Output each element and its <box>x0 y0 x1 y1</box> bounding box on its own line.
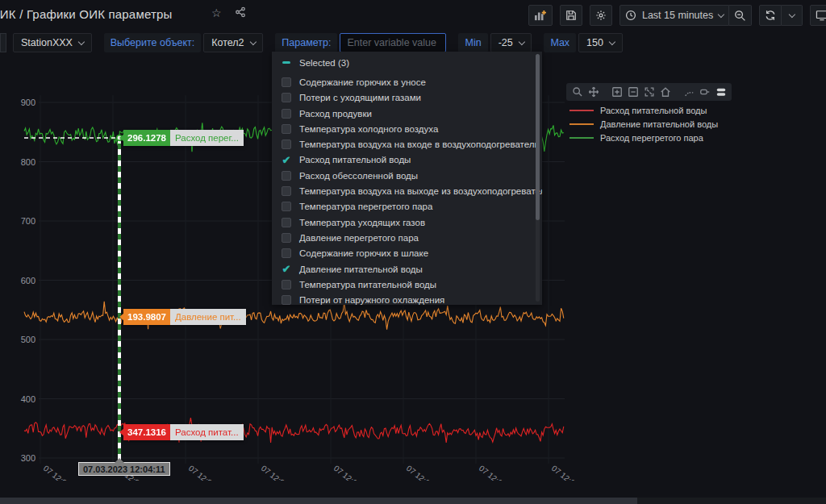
horizontal-scrollbar-thumb[interactable] <box>0 498 637 504</box>
zoom-in-icon[interactable] <box>610 85 624 99</box>
unchecked-checkbox-icon[interactable] <box>282 233 291 243</box>
checked-checkbox-icon[interactable]: ✔ <box>282 155 291 165</box>
dropdown-item[interactable]: Температура воздуха на входе в воздухопо… <box>272 136 542 152</box>
dropdown-item[interactable]: Selected (3) <box>272 55 542 70</box>
dropdown-item-label: Расход обессоленной воды <box>299 171 418 181</box>
refresh-interval-button[interactable] <box>782 5 803 26</box>
object-value: Котел2 <box>211 37 244 48</box>
unchecked-checkbox-icon[interactable] <box>282 109 291 119</box>
clock-icon <box>625 10 636 21</box>
refresh-button[interactable] <box>759 5 782 26</box>
dropdown-item[interactable]: Потери от наружного охлаждения <box>272 292 542 305</box>
svg-text:700: 700 <box>21 216 35 226</box>
unchecked-checkbox-icon[interactable] <box>282 77 291 87</box>
time-range-label: Last 15 minutes <box>642 10 713 21</box>
unchecked-checkbox-icon[interactable] <box>282 140 291 149</box>
unchecked-checkbox-icon[interactable] <box>282 171 291 181</box>
chevron-down-icon <box>78 38 85 44</box>
object-dropdown[interactable]: Котел2 <box>203 33 263 52</box>
min-dropdown[interactable]: -25 <box>490 33 532 52</box>
tooltip-value: 193.9807 <box>123 309 170 325</box>
parameter-dropdown-menu: Selected (3)Содержание горючих в уносеПо… <box>272 52 542 305</box>
dropdown-item[interactable]: Температура перегретого пара <box>272 199 542 215</box>
top-nav: ОИК / Графики ОИК параметры ☆ <box>0 0 826 31</box>
unchecked-checkbox-icon[interactable] <box>282 186 291 196</box>
svg-text:07 12:14: 07 12:14 <box>478 464 508 490</box>
dropdown-item[interactable]: Давление перегретого пара <box>272 230 542 245</box>
tooltip-superheated-steam-flow: 296.1278 Расход перег... <box>123 130 244 146</box>
max-dropdown[interactable]: 150 <box>578 33 623 52</box>
clipped-variable-box[interactable] <box>0 33 6 52</box>
tooltip-feedwater-flow: 347.1316 Расход питат... <box>123 424 244 440</box>
dropdown-item-label: Температура воздуха на входе в воздухопо… <box>299 140 539 149</box>
legend-label: Расход перегретого пара <box>600 133 703 143</box>
dropdown-item-label: Температура питательной воды <box>299 280 436 289</box>
dropdown-item[interactable]: Температура уходящих газов <box>272 215 542 230</box>
max-label: Max <box>544 33 576 52</box>
svg-text:07 12:12: 07 12:12 <box>405 464 436 490</box>
param-label: Параметр: <box>275 33 337 52</box>
reset-axes-icon[interactable] <box>658 85 672 99</box>
dropdown-item[interactable]: Содержание горючих в шлаке <box>272 246 542 261</box>
legend-item[interactable]: Расход перегретого пара <box>569 131 718 144</box>
max-value: 150 <box>586 37 603 48</box>
share-icon[interactable] <box>235 6 246 19</box>
toggle-spikelines-icon[interactable] <box>682 85 695 99</box>
breadcrumb[interactable]: ОИК / Графики ОИК параметры <box>0 7 173 21</box>
tooltip-feedwater-pressure: 193.9807 Давление пит... <box>123 309 246 325</box>
dropdown-item[interactable]: Температура холодного воздуха <box>272 121 542 136</box>
dashboard-settings-button[interactable] <box>590 5 612 26</box>
unchecked-checkbox-icon[interactable] <box>282 295 291 305</box>
kiosk-mode-button[interactable] <box>810 5 826 26</box>
dropdown-item[interactable]: Температура питательной воды <box>272 277 542 292</box>
chevron-down-icon <box>609 38 615 44</box>
dropdown-item[interactable]: Расход обессоленной воды <box>272 168 542 183</box>
legend-item[interactable]: Расход питательной воды <box>569 103 718 117</box>
dropdown-scrollbar[interactable] <box>536 54 540 302</box>
unchecked-checkbox-icon[interactable] <box>282 93 291 102</box>
min-value: -25 <box>499 37 513 48</box>
svg-text:300: 300 <box>21 453 35 463</box>
station-dropdown[interactable]: StationXXX <box>13 33 92 52</box>
horizontal-scrollbar[interactable] <box>0 498 826 504</box>
zoom-out-time-button[interactable] <box>729 5 752 26</box>
dropdown-item-label: Расход питательной воды <box>299 155 411 165</box>
dropdown-item[interactable]: Потери с уходящими газами <box>272 90 542 106</box>
svg-text:07 12:16: 07 12:16 <box>550 464 581 490</box>
unchecked-checkbox-icon[interactable] <box>282 218 291 227</box>
unchecked-checkbox-icon[interactable] <box>282 248 291 258</box>
dropdown-scrollbar-thumb[interactable] <box>536 54 540 220</box>
dropdown-item-label: Температура уходящих газов <box>299 218 425 227</box>
dropdown-item-label: Selected (3) <box>299 58 349 68</box>
favorite-star-icon[interactable]: ☆ <box>211 7 222 19</box>
autoscale-icon[interactable] <box>642 85 656 99</box>
dropdown-item[interactable]: ✔Давление питательной воды <box>272 261 542 277</box>
dropdown-item[interactable]: Температура воздуха на выходе из воздухо… <box>272 183 542 198</box>
plot-modebar <box>566 83 732 101</box>
unchecked-checkbox-icon[interactable] <box>282 124 291 134</box>
unchecked-checkbox-icon[interactable] <box>282 202 291 211</box>
pan-icon[interactable] <box>586 85 600 99</box>
add-panel-button[interactable] <box>528 5 553 26</box>
save-dashboard-button[interactable] <box>560 5 582 26</box>
svg-text:400: 400 <box>21 394 35 404</box>
hover-compare-icon[interactable] <box>714 85 728 99</box>
dropdown-item[interactable]: Расход продувки <box>272 106 542 121</box>
save-icon <box>565 10 577 21</box>
legend-item[interactable]: Давление питательной воды <box>569 117 718 131</box>
dropdown-item[interactable]: ✔Расход питательной воды <box>272 152 542 168</box>
zoom-icon[interactable] <box>570 85 584 99</box>
legend-line-swatch <box>569 137 594 139</box>
param-input[interactable] <box>340 33 446 52</box>
dropdown-item-label: Давление питательной воды <box>299 264 423 274</box>
unchecked-checkbox-icon[interactable] <box>282 280 291 289</box>
zoom-out-icon[interactable] <box>626 85 640 99</box>
time-range-picker[interactable]: Last 15 minutes <box>620 5 729 26</box>
hover-closest-icon[interactable] <box>698 85 711 99</box>
dropdown-item-label: Расход продувки <box>299 109 372 119</box>
min-label: Min <box>458 33 487 52</box>
indeterminate-checkbox-icon[interactable] <box>282 58 291 68</box>
svg-text:800: 800 <box>21 157 35 167</box>
dropdown-item[interactable]: Содержание горючих в уносе <box>272 74 542 90</box>
checked-checkbox-icon[interactable]: ✔ <box>282 264 291 274</box>
